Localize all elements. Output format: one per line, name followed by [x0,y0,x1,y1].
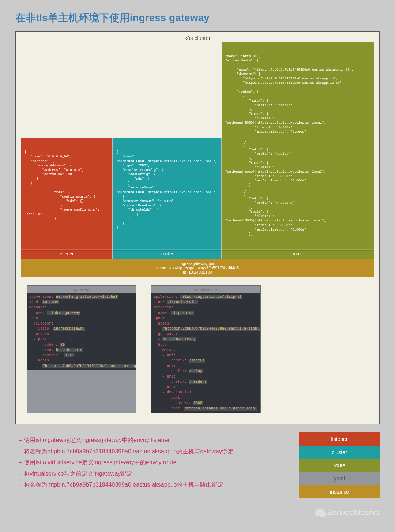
k8s-cluster-box: k8s cluster { "name": "0.0.0.0_80", "add… [15,31,380,424]
envoy-config-row: { "name": "0.0.0.0_80", "address": { "so… [21,42,374,259]
cluster-label: cluster [113,249,221,257]
virtualservice-yaml-box: virtualservice apiVersion: networking.is… [151,285,261,413]
cluster-code: { "name": "outbound|8000||httpbin.defaul… [116,150,217,230]
cluster-title: k8s cluster [21,35,374,41]
legend: listener cluster route yaml instance [299,432,380,498]
listener-code: { "name": "0.0.0.0_80", "address": { "so… [25,150,108,221]
bullet-item: 将名称为httpbin.7cb9a9b7b318440399a0.eastus.… [19,446,292,457]
cluster-panel: { "name": "outbound|8000||httpbin.defaul… [113,138,221,259]
instance-line2: name: istio-ingressgateway-7ffb59776b-d4… [21,266,374,270]
bullet-item: 使用istio virtualservice定义ingressgateway中的… [19,457,292,468]
watermark: ServiceMesher [315,508,380,509]
bullet-item: 将名称为httpbin.7cb9a9b7b318440399a0.eastus.… [19,479,292,490]
legend-instance: instance [299,485,380,498]
legend-listener: listener [299,432,380,446]
bullets-list: 使用istio gateway定义ingressgateway中的envoy l… [15,432,292,498]
watermark-text: ServiceMesher [327,508,380,509]
bullet-item: 将virtualservice与之前定义的gateway绑定 [19,468,292,479]
gateway-yaml: apiVersion: networking.istio.io/v1alpha3… [27,293,136,370]
legend-route: route [299,459,380,472]
virtualservice-box-title: virtualservice [151,286,260,293]
legend-cluster: cluster [299,446,380,459]
instance-line1: ingressgateway pod [21,261,374,266]
wechat-icon [315,509,324,509]
yaml-row: gateway apiVersion: networking.istio.io/… [21,285,374,413]
instance-line3: ip: 10.240.0.138 [21,270,374,274]
gateway-yaml-box: gateway apiVersion: networking.istio.io/… [27,285,136,413]
page-title: 在非tls单主机环境下使用ingress gateway [15,11,395,25]
virtualservice-yaml: apiVersion: networking.istio.io/v1alpha3… [151,293,260,413]
instance-bar: ingressgateway pod name: istio-ingressga… [21,259,374,277]
bullet-item: 使用istio gateway定义ingressgateway中的envoy l… [19,435,292,446]
route-panel: "name": "http.80", "virtualHosts": [ { "… [222,42,374,259]
listener-panel: { "name": "0.0.0.0_80", "address": { "so… [21,138,113,259]
route-code: "name": "http.80", "virtualHosts": [ { "… [225,54,370,236]
legend-yaml: yaml [299,472,380,485]
listener-label: listener [21,249,112,257]
bottom-row: 使用istio gateway定义ingressgateway中的envoy l… [15,432,380,498]
gateway-box-title: gateway [27,286,136,293]
route-label: route [222,249,374,257]
